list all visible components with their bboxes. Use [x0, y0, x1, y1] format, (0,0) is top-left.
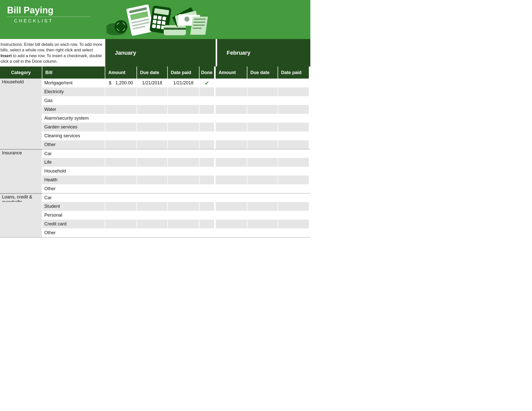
done-cell-m1[interactable] [200, 140, 216, 149]
amount-cell-m1[interactable] [105, 140, 137, 149]
amount-cell-m2[interactable] [216, 176, 247, 184]
due-cell-m1[interactable] [137, 149, 168, 158]
paid-cell-m2[interactable] [278, 79, 309, 87]
bill-cell[interactable]: Garden services [42, 123, 105, 131]
bill-cell[interactable]: Health [42, 176, 105, 184]
table-row[interactable]: Electricity [0, 87, 310, 96]
due-cell-m1[interactable] [137, 105, 168, 114]
due-cell-m2[interactable] [247, 202, 278, 211]
bill-cell[interactable]: Alarm/security system [42, 114, 105, 123]
paid-cell-m2[interactable] [278, 184, 309, 193]
due-cell-m2[interactable] [247, 96, 278, 105]
paid-cell-m1[interactable] [168, 87, 200, 96]
amount-cell-m1[interactable] [105, 114, 137, 123]
due-cell-m2[interactable] [247, 123, 278, 131]
due-cell-m2[interactable] [247, 211, 278, 220]
bill-cell[interactable]: Car [42, 149, 105, 158]
amount-cell-m2[interactable] [216, 123, 247, 131]
amount-cell-m1[interactable] [105, 158, 137, 167]
paid-cell-m2[interactable] [278, 176, 309, 184]
due-cell-m1[interactable] [137, 167, 168, 176]
paid-cell-m2[interactable] [278, 202, 309, 211]
paid-cell-m1[interactable] [168, 193, 200, 202]
amount-cell-m1[interactable] [105, 220, 137, 228]
table-row[interactable]: Loans, credit & overdraftsCar [0, 193, 310, 202]
done-cell-m1[interactable] [200, 149, 216, 158]
amount-cell-m1[interactable] [105, 149, 137, 158]
bill-cell[interactable]: Other [42, 228, 105, 237]
paid-cell-m1[interactable] [168, 211, 200, 220]
done-cell-m1[interactable] [200, 114, 216, 123]
due-cell-m2[interactable] [247, 140, 278, 149]
paid-cell-m2[interactable] [278, 123, 309, 131]
table-row[interactable]: Garden services [0, 123, 310, 131]
table-row[interactable]: Other [0, 184, 310, 193]
paid-cell-m2[interactable] [278, 149, 309, 158]
due-cell-m2[interactable] [247, 149, 278, 158]
due-cell-m1[interactable] [137, 158, 168, 167]
done-cell-m1[interactable] [200, 176, 216, 184]
table-row[interactable]: Water [0, 105, 310, 114]
paid-cell-m1[interactable] [168, 176, 200, 184]
due-cell-m2[interactable] [247, 158, 278, 167]
paid-cell-m1[interactable]: 1/21/2018 [168, 79, 200, 87]
table-row[interactable]: Credit card [0, 220, 310, 228]
paid-cell-m1[interactable] [168, 105, 200, 114]
due-cell-m2[interactable] [247, 79, 278, 87]
bill-cell[interactable]: Life [42, 158, 105, 167]
due-cell-m2[interactable] [247, 220, 278, 228]
done-cell-m1[interactable] [200, 167, 216, 176]
bill-cell[interactable]: Cleaning services [42, 131, 105, 140]
amount-cell-m2[interactable] [216, 211, 247, 220]
table-row[interactable]: Other [0, 228, 310, 237]
amount-cell-m2[interactable] [216, 167, 247, 176]
done-cell-m1[interactable] [200, 87, 216, 96]
due-cell-m1[interactable] [137, 131, 168, 140]
bill-cell[interactable]: Gas [42, 96, 105, 105]
paid-cell-m1[interactable] [168, 131, 200, 140]
table-row[interactable]: Student [0, 202, 310, 211]
due-cell-m2[interactable] [247, 87, 278, 96]
due-cell-m1[interactable] [137, 96, 168, 105]
amount-cell-m2[interactable] [216, 202, 247, 211]
amount-cell-m2[interactable] [216, 79, 247, 87]
due-cell-m1[interactable] [137, 211, 168, 220]
bill-cell[interactable]: Car [42, 193, 105, 202]
table-row[interactable]: Other [0, 140, 310, 149]
paid-cell-m1[interactable] [168, 184, 200, 193]
bill-cell[interactable]: Electricity [42, 87, 105, 96]
done-cell-m1[interactable] [200, 123, 216, 131]
paid-cell-m2[interactable] [278, 140, 309, 149]
amount-cell-m1[interactable] [105, 176, 137, 184]
table-row[interactable]: Life [0, 158, 310, 167]
table-row[interactable]: Cleaning services [0, 131, 310, 140]
due-cell-m1[interactable]: 1/21/2018 [137, 79, 168, 87]
due-cell-m1[interactable] [137, 87, 168, 96]
amount-cell-m1[interactable] [105, 96, 137, 105]
done-cell-m1[interactable] [200, 105, 216, 114]
due-cell-m1[interactable] [137, 220, 168, 228]
done-cell-m1[interactable] [200, 96, 216, 105]
paid-cell-m1[interactable] [168, 158, 200, 167]
amount-cell-m1[interactable] [105, 123, 137, 131]
amount-cell-m2[interactable] [216, 193, 247, 202]
table-row[interactable]: Alarm/security system [0, 114, 310, 123]
done-cell-m1[interactable] [200, 228, 216, 237]
done-cell-m1[interactable] [200, 211, 216, 220]
due-cell-m1[interactable] [137, 140, 168, 149]
bill-cell[interactable]: Mortgage/rent [42, 79, 105, 87]
paid-cell-m1[interactable] [168, 114, 200, 123]
amount-cell-m1[interactable] [105, 228, 137, 237]
paid-cell-m2[interactable] [278, 87, 309, 96]
amount-cell-m1[interactable] [105, 211, 137, 220]
amount-cell-m2[interactable] [216, 96, 247, 105]
bill-cell[interactable]: Household [42, 167, 105, 176]
amount-cell-m1[interactable]: $1,200.00 [105, 79, 137, 87]
amount-cell-m2[interactable] [216, 105, 247, 114]
due-cell-m2[interactable] [247, 193, 278, 202]
due-cell-m2[interactable] [247, 228, 278, 237]
due-cell-m2[interactable] [247, 167, 278, 176]
table-row[interactable]: Household [0, 167, 310, 176]
amount-cell-m2[interactable] [216, 149, 247, 158]
paid-cell-m1[interactable] [168, 167, 200, 176]
